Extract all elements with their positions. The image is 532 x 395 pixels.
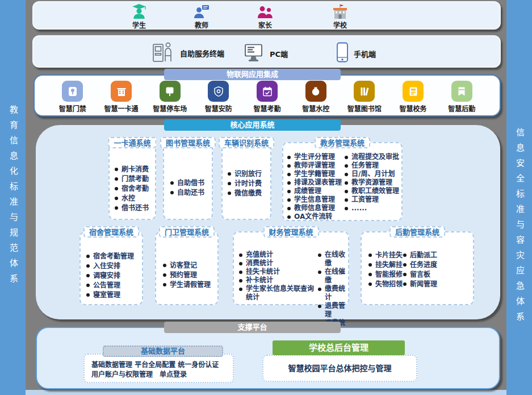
list-item: 挂失解挂 — [368, 260, 403, 269]
list-item: 日/周、月计划 — [344, 170, 401, 178]
system-title: 教务管理系统 — [315, 137, 370, 148]
list-item: 卡片挂失 — [368, 251, 403, 260]
core-panel: 一卡通系统 刷卡消费门禁考勤宿舍考勤水控借书还书 图书管理系统 自助借书自助还书… — [36, 125, 500, 319]
terminal-label: PC端 — [270, 48, 288, 59]
right-pillar: 信息安全标准与容灾应急体系 — [506, 0, 532, 395]
iot-label: 智慧停车场 — [153, 103, 187, 113]
terminal-label: 自助服务终端 — [180, 48, 224, 59]
base-data-platform-title: 基础数据平台 — [103, 346, 223, 357]
terminal-item-mobile: 手机端 — [336, 42, 376, 65]
iot-label: 智慧水控 — [302, 103, 329, 113]
system-item-list: 后勤派工任务进度留言板新闻管理 — [403, 251, 437, 304]
iot-item-attendance: 智慧考勤 — [243, 81, 292, 115]
system-box-vehicle: 车辆识别系统 识别放行计时计费微信缴费 — [221, 142, 271, 220]
list-item: 补卡统计 — [238, 276, 317, 285]
parents-icon — [245, 4, 286, 19]
system-title: 车辆识别系统 — [219, 137, 274, 148]
list-item: 流程提交及审批 — [344, 153, 401, 161]
right-pillar-label: 信息安全标准与容灾应急体系 — [506, 128, 532, 395]
user-label: 学生 — [119, 20, 160, 30]
iot-label: 智慧校务 — [400, 103, 427, 113]
iot-label: 智慧一卡通 — [104, 103, 139, 113]
list-item: 识别放行 — [227, 169, 270, 178]
list-item: 失物招领 — [368, 280, 403, 289]
list-item: 入住安排 — [86, 261, 142, 271]
list-item: 后勤派工 — [403, 251, 437, 260]
user-label: 家长 — [245, 20, 286, 30]
iot-banner: 物联网应用集成 — [164, 69, 341, 80]
system-item-list: 在线收缴在线催缴缴费统计退费管理退费统计...... — [317, 251, 348, 304]
list-item: 成绩管理 — [287, 187, 344, 196]
user-item-school: 学校 — [320, 4, 361, 30]
iot-label: 智慧图书馆 — [347, 103, 382, 113]
list-item: 学生评分管理 — [287, 153, 344, 161]
iot-item-parking: 智慧停车场 — [145, 81, 194, 115]
system-item-list: 访客登记预约管理学生请假管理 — [162, 261, 217, 289]
kiosk-icon — [151, 40, 175, 66]
terminal-item-pc: PC端 — [244, 44, 288, 64]
base-data-platform-box: 基础数据管理 平台全局配置 统一身份认证 用户账户与权限管理 单点登录 — [83, 354, 234, 383]
system-item-list: 流程提交及审批任务管理日/周、月计划教学资源管理教职工绩效管理工资管理.....… — [344, 153, 401, 220]
system-box-library: 图书管理系统 自助借书自助还书 — [163, 142, 213, 220]
list-item: 新闻管理 — [403, 280, 437, 289]
user-item-parents: 家长 — [245, 4, 286, 30]
user-item-teacher: 教师 — [181, 4, 222, 30]
list-item: 教师评课管理 — [287, 161, 344, 170]
list-item: ...... — [344, 204, 401, 213]
support-banner: 支撑平台 — [164, 322, 341, 333]
system-item-list: 识别放行计时计费微信缴费 — [227, 169, 270, 198]
onecard-icon — [111, 81, 132, 102]
list-item: 任务管理 — [344, 161, 401, 170]
list-item: 借书还书 — [114, 203, 155, 213]
user-item-student: 学生 — [119, 4, 160, 30]
system-box-academic: 教务管理系统 学生评分管理教师评课管理学生学籍管理排课及课表管理成绩管理学生信息… — [282, 142, 403, 221]
list-item: 水控 — [114, 194, 155, 203]
school-backoffice-title: 学校总后台管理 — [273, 340, 405, 355]
school-icon — [320, 4, 361, 19]
list-item: 门禁考勤 — [114, 174, 155, 184]
list-item: 工资管理 — [344, 196, 401, 204]
iot-item-door-access: 智慧门禁 — [48, 81, 97, 115]
system-box-finance: 财务管理系统 充值统计消费统计挂失卡统计补卡统计学生家长信息关联查询统计 在线收… — [233, 231, 349, 305]
users-panel: 学生 教师 — [32, 1, 501, 30]
list-item: OA文件流转 — [287, 213, 344, 221]
pc-icon — [244, 44, 265, 64]
smart-campus-architecture-diagram: 教育信息化标准与规范体系 信息安全标准与容灾应急体系 学生 — [0, 0, 532, 395]
list-item: 智能报修 — [368, 270, 403, 279]
list-item: 学生家长信息关联查询统计 — [238, 285, 317, 302]
terminal-label: 手机端 — [354, 48, 376, 59]
system-box-dormitory: 宿舍管理系统 宿舍考勤管理入住安排调寝安排公告管理寝室管理 — [79, 231, 143, 305]
left-pillar-label: 教育信息化标准与规范体系 — [0, 105, 26, 395]
list-item: 宿舍考勤管理 — [86, 252, 142, 261]
list-item: 充值统计 — [238, 251, 317, 259]
system-box-onecard: 一卡通系统 刷卡消费门禁考勤宿舍考勤水控借书还书 — [108, 142, 156, 220]
logistics-icon — [451, 81, 472, 102]
list-item: 教职工绩效管理 — [344, 187, 401, 196]
security-icon — [208, 81, 229, 102]
system-box-gatekeeper: 门卫管理系统 访客登记预约管理学生请假管理 — [155, 231, 219, 305]
iot-item-onecard: 智慧一卡通 — [97, 81, 146, 115]
list-item: 缴费统计 — [317, 285, 348, 302]
iot-label: 智慧安防 — [205, 103, 232, 113]
system-item-list: 学生评分管理教师评课管理学生学籍管理排课及课表管理成绩管理学生信息管理教师信息管… — [287, 153, 344, 220]
door-access-icon — [62, 81, 83, 102]
user-label: 教师 — [181, 20, 222, 30]
attendance-icon — [257, 81, 278, 102]
list-item: 计时计费 — [227, 179, 270, 188]
list-item: 在线收缴 — [317, 251, 348, 268]
list-item: 自助还书 — [170, 188, 212, 197]
water-control-icon — [305, 81, 326, 102]
iot-panel: 智慧门禁 智慧一卡通 智慧停车场 — [33, 74, 501, 117]
phone-icon — [336, 42, 349, 65]
user-label: 学校 — [320, 20, 361, 30]
system-title: 后勤管理系统 — [389, 226, 445, 238]
list-item: 在线催缴 — [317, 268, 348, 285]
core-banner: 核心应用系统 — [164, 119, 341, 131]
system-box-logistics: 后勤管理系统 卡片挂失挂失解挂智能报修失物招领 后勤派工任务进度留言板新闻管理 — [361, 231, 474, 305]
school-affairs-icon — [403, 81, 424, 102]
list-item: 寝室管理 — [86, 290, 142, 300]
base-data-line: 基础数据管理 平台全局配置 统一身份认证 — [91, 360, 229, 370]
list-item: 挂失卡统计 — [238, 268, 317, 276]
system-title: 图书管理系统 — [160, 137, 216, 148]
system-item-list: 卡片挂失挂失解挂智能报修失物招领 — [368, 251, 403, 304]
